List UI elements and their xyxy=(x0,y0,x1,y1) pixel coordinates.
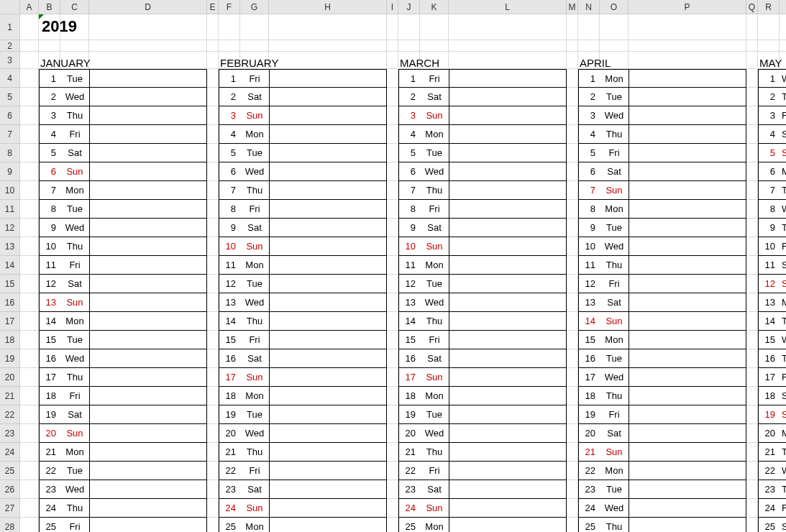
day-number[interactable]: 2 xyxy=(758,88,780,106)
cell[interactable] xyxy=(387,405,398,424)
cell[interactable] xyxy=(567,125,578,144)
day-notes[interactable] xyxy=(269,181,387,200)
day-number[interactable]: 8 xyxy=(398,200,420,219)
day-of-week[interactable]: Sat xyxy=(420,349,449,368)
day-notes[interactable] xyxy=(89,424,207,443)
day-of-week[interactable]: Sun xyxy=(240,368,269,387)
day-of-week[interactable]: Mon xyxy=(240,387,269,405)
cell[interactable] xyxy=(39,40,60,52)
cell[interactable] xyxy=(20,518,39,532)
column-header-O[interactable]: O xyxy=(600,0,629,14)
day-number[interactable]: 12 xyxy=(578,275,600,293)
day-of-week[interactable]: Tue xyxy=(60,462,89,480)
day-of-week[interactable]: Sat xyxy=(240,480,269,499)
cell[interactable] xyxy=(240,40,269,52)
day-of-week[interactable]: Fri xyxy=(60,387,89,405)
day-of-week[interactable]: Fri xyxy=(240,462,269,480)
day-notes[interactable] xyxy=(89,518,207,532)
day-notes[interactable] xyxy=(629,424,746,443)
day-number[interactable]: 12 xyxy=(398,275,420,293)
day-of-week[interactable]: Sat xyxy=(240,219,269,237)
day-of-week[interactable]: Tue xyxy=(60,69,89,88)
column-header-H[interactable]: H xyxy=(269,0,387,14)
cell[interactable] xyxy=(207,405,219,424)
day-number[interactable]: 9 xyxy=(398,219,420,237)
day-of-week[interactable]: Thu xyxy=(240,443,269,462)
day-notes[interactable] xyxy=(269,106,387,125)
day-number[interactable]: 16 xyxy=(219,349,240,368)
day-notes[interactable] xyxy=(269,256,387,275)
day-of-week[interactable]: F xyxy=(780,499,786,518)
cell[interactable] xyxy=(20,88,39,106)
day-number[interactable]: 8 xyxy=(219,200,240,219)
cell[interactable] xyxy=(600,40,629,52)
day-number[interactable]: 15 xyxy=(578,331,600,349)
row-header-22[interactable]: 22 xyxy=(0,405,20,424)
cell[interactable] xyxy=(269,14,387,40)
day-of-week[interactable]: Mon xyxy=(240,256,269,275)
day-notes[interactable] xyxy=(89,387,207,405)
day-notes[interactable] xyxy=(89,349,207,368)
day-notes[interactable] xyxy=(449,462,567,480)
cell[interactable] xyxy=(746,256,758,275)
day-notes[interactable] xyxy=(449,219,567,237)
day-of-week[interactable]: W xyxy=(780,462,786,480)
day-number[interactable]: 12 xyxy=(219,275,240,293)
day-notes[interactable] xyxy=(269,162,387,181)
cell[interactable] xyxy=(20,275,39,293)
day-number[interactable]: 19 xyxy=(758,405,780,424)
cell[interactable] xyxy=(240,14,269,40)
day-notes[interactable] xyxy=(629,405,746,424)
day-number[interactable]: 25 xyxy=(758,518,780,532)
cell[interactable] xyxy=(746,387,758,405)
day-notes[interactable] xyxy=(629,162,746,181)
cell[interactable] xyxy=(746,200,758,219)
cell[interactable] xyxy=(387,125,398,144)
cell[interactable] xyxy=(567,14,578,40)
day-notes[interactable] xyxy=(629,480,746,499)
day-notes[interactable] xyxy=(629,88,746,106)
cell[interactable] xyxy=(207,499,219,518)
day-of-week[interactable]: Fri xyxy=(420,331,449,349)
cell[interactable] xyxy=(567,275,578,293)
day-of-week[interactable]: Wed xyxy=(240,293,269,312)
cell[interactable] xyxy=(219,14,240,40)
month-title[interactable]: MARCH xyxy=(398,52,439,69)
month-title[interactable]: JANUARY xyxy=(39,52,91,69)
cell[interactable] xyxy=(20,162,39,181)
day-of-week[interactable]: Thu xyxy=(420,443,449,462)
day-number[interactable]: 15 xyxy=(39,331,60,349)
day-number[interactable]: 16 xyxy=(39,349,60,368)
day-notes[interactable] xyxy=(269,518,387,532)
cell[interactable] xyxy=(20,106,39,125)
cell[interactable] xyxy=(746,40,758,52)
cell[interactable] xyxy=(629,40,746,52)
cell[interactable] xyxy=(578,14,600,40)
day-of-week[interactable]: Tue xyxy=(240,275,269,293)
day-of-week[interactable]: Thu xyxy=(420,312,449,331)
day-number[interactable]: 10 xyxy=(219,237,240,256)
day-of-week[interactable]: T xyxy=(780,219,786,237)
day-of-week[interactable]: S xyxy=(780,256,786,275)
day-number[interactable]: 20 xyxy=(398,424,420,443)
day-notes[interactable] xyxy=(449,200,567,219)
day-of-week[interactable]: Sat xyxy=(420,480,449,499)
cell[interactable] xyxy=(20,331,39,349)
cell[interactable] xyxy=(20,462,39,480)
day-number[interactable]: 20 xyxy=(39,424,60,443)
cell[interactable] xyxy=(387,480,398,499)
cell[interactable] xyxy=(207,387,219,405)
cell[interactable] xyxy=(207,331,219,349)
day-number[interactable]: 13 xyxy=(578,293,600,312)
day-notes[interactable] xyxy=(449,405,567,424)
day-notes[interactable] xyxy=(449,125,567,144)
day-number[interactable]: 17 xyxy=(398,368,420,387)
day-notes[interactable] xyxy=(89,462,207,480)
day-notes[interactable] xyxy=(89,200,207,219)
day-of-week[interactable]: Thu xyxy=(60,368,89,387)
day-number[interactable]: 25 xyxy=(398,518,420,532)
day-of-week[interactable]: Wed xyxy=(420,424,449,443)
cell[interactable] xyxy=(578,40,600,52)
cell[interactable] xyxy=(449,14,567,40)
cell[interactable] xyxy=(758,14,780,40)
